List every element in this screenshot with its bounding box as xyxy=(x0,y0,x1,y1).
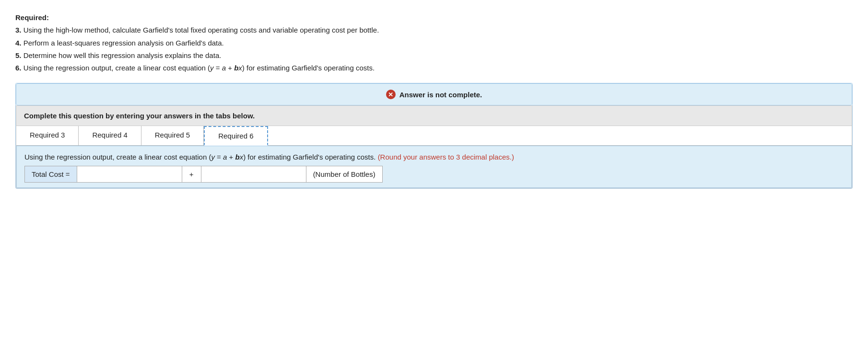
total-cost-label: Total Cost = xyxy=(25,166,77,182)
answer-block: ✕ Answer is not complete. Complete this … xyxy=(15,83,853,189)
tab-required-6[interactable]: Required 6 xyxy=(204,126,268,146)
tab-required-4[interactable]: Required 4 xyxy=(79,126,141,145)
input-b[interactable] xyxy=(208,170,299,178)
plus-sign: + xyxy=(189,170,194,178)
item-3-text: Using the high-low method, calculate Gar… xyxy=(23,26,379,34)
tab-required-5-label: Required 5 xyxy=(155,131,190,139)
item-3-number: 3. xyxy=(15,26,22,34)
error-icon: ✕ xyxy=(386,90,396,99)
instruction-bar: Complete this question by entering your … xyxy=(16,105,852,126)
item-5-number: 5. xyxy=(15,51,22,59)
input-a-cell[interactable] xyxy=(77,166,182,182)
tabs-area: Required 3 Required 4 Required 5 Require… xyxy=(16,126,852,188)
tab-required-6-label: Required 6 xyxy=(218,132,253,140)
instructions-section: Required: 3. Using the high-low method, … xyxy=(15,12,853,74)
item-5-text: Determine how well this regression analy… xyxy=(23,51,222,59)
total-cost-label-text: Total Cost = xyxy=(32,170,70,178)
instruction-bar-text: Complete this question by entering your … xyxy=(24,112,255,120)
input-a[interactable] xyxy=(84,170,175,178)
tab-required-3[interactable]: Required 3 xyxy=(16,126,79,145)
tab-required-5[interactable]: Required 5 xyxy=(141,126,204,145)
required-label: Required: xyxy=(15,13,49,22)
instructions-text: Required: 3. Using the high-low method, … xyxy=(15,12,853,74)
bottles-desc-cell: (Number of Bottles) xyxy=(306,166,382,182)
tab-6-content: Using the regression output, create a li… xyxy=(16,146,852,188)
round-note: (Round your answers to 3 decimal places.… xyxy=(378,153,514,161)
tab-required-3-label: Required 3 xyxy=(30,131,65,139)
alert-banner: ✕ Answer is not complete. xyxy=(16,83,852,105)
item-4-number: 4. xyxy=(15,39,22,47)
alert-message: Answer is not complete. xyxy=(399,91,482,99)
tabs-row: Required 3 Required 4 Required 5 Require… xyxy=(16,126,852,146)
equation-row: Total Cost = + (Number of Bottles) xyxy=(24,166,383,183)
alert-content: ✕ Answer is not complete. xyxy=(25,90,843,99)
item-4-text: Perform a least-squares regression analy… xyxy=(23,39,224,47)
tab-required-4-label: Required 4 xyxy=(92,131,127,139)
tab-6-description: Using the regression output, create a li… xyxy=(24,153,844,161)
item-6-number: 6. xyxy=(15,64,22,72)
plus-cell: + xyxy=(182,166,201,182)
bottles-desc-text: (Number of Bottles) xyxy=(313,170,375,178)
item-6-text: Using the regression output, create a li… xyxy=(23,64,375,72)
input-b-cell[interactable] xyxy=(201,166,306,182)
